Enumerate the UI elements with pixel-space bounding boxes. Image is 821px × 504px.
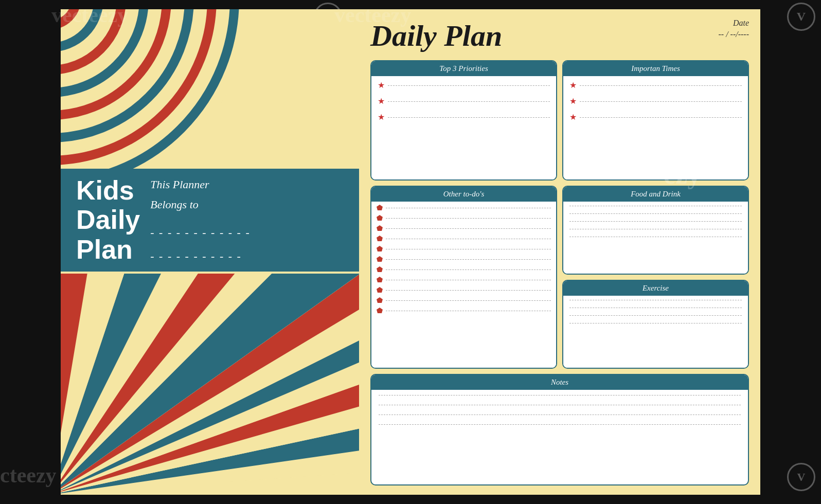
food-line-1 [569,206,742,206]
pentagon-bullet-2 [377,215,383,221]
exercise-line-4 [569,323,742,323]
time-line-1 [580,85,742,86]
logo-icon-right: V [787,3,815,31]
star-icon-2: ★ [378,96,385,106]
watermark-bottom-left: cteezy [0,463,57,488]
kids-daily-plan-title: Kids Daily Plan [76,176,140,264]
pentagon-bullet-5 [377,246,383,252]
time-line-2 [580,101,742,102]
star-icon-1: ★ [378,80,385,90]
todo-line-6 [386,259,551,260]
left-panel: Kids Daily Plan This Planner Belongs to … [61,9,359,495]
todo-line-4 [386,239,551,239]
pentagon-bullet-1 [377,205,383,211]
plan-title: Daily Plan [370,19,502,53]
exercise-line-2 [569,308,742,308]
right-panel: Daily Plan Date -- / --/---- Top 3 Prior… [359,9,760,495]
exercise-box: Exercise [562,280,749,369]
pentagon-bullet-9 [377,287,383,293]
svg-marker-24 [377,256,383,262]
todo-item-8 [377,277,551,283]
todo-item-3 [377,225,551,231]
time-line-3 [580,117,742,118]
svg-marker-19 [377,205,383,210]
planner-belongs-text: This Planner Belongs to - - - - - - - - … [150,174,250,266]
todo-item-7 [377,266,551,273]
pentagon-bullet-10 [377,297,383,303]
other-todos-box: Other to-do's [370,186,557,369]
pentagon-bullet-6 [377,256,383,262]
sections-grid: Top 3 Priorities ★ ★ ★ [370,60,749,485]
food-drink-content [563,202,748,274]
todo-line-3 [386,228,551,229]
svg-marker-21 [377,225,383,231]
top3-header: Top 3 Priorities [371,61,556,76]
svg-marker-20 [377,215,383,221]
notes-box: Notes [370,374,749,485]
todo-line-7 [386,269,551,270]
time-item-1: ★ [569,80,742,90]
dash-line-1: - - - - - - - - - - - - [150,222,250,243]
middle-band: Kids Daily Plan This Planner Belongs to … [61,169,359,272]
todo-line-1 [386,208,551,208]
svg-marker-26 [377,277,383,282]
time-star-1: ★ [569,80,577,90]
time-item-2: ★ [569,96,742,106]
notes-content [371,390,748,437]
important-times-header: Importan Times [563,61,748,76]
todo-item-11 [377,308,551,314]
notes-header: Notes [371,375,748,390]
todo-line-9 [386,290,551,291]
stripes-decoration [61,274,359,495]
food-line-3 [569,221,742,222]
date-section: Date -- / --/---- [718,19,749,39]
food-line-4 [569,229,742,229]
pentagon-bullet-4 [377,236,383,242]
pentagon-bullet-7 [377,266,383,273]
todo-item-10 [377,297,551,303]
svg-marker-27 [377,287,383,293]
todo-line-10 [386,300,551,301]
todo-line-8 [386,280,551,280]
todo-line-5 [386,249,551,249]
svg-marker-28 [377,297,383,303]
svg-marker-25 [377,266,383,272]
todo-line-2 [386,218,551,219]
logo-icon-bottom-right: V [787,463,815,491]
svg-marker-22 [377,236,383,241]
todo-item-9 [377,287,551,293]
other-todos-content [371,202,556,368]
time-star-2: ★ [569,96,577,106]
priority-item-1: ★ [378,80,550,90]
exercise-line-3 [569,315,742,316]
priority-line-2 [388,101,550,102]
food-line-5 [569,237,742,237]
star-icon-3: ★ [378,112,385,122]
food-drink-header: Food and Drink [563,187,748,202]
notes-line-1 [379,395,741,395]
top3-content: ★ ★ ★ [371,76,556,179]
important-times-box: Importan Times ★ ★ ★ [562,60,749,181]
pentagon-bullet-8 [377,277,383,283]
todo-item-6 [377,256,551,262]
dash-line-2: - - - - - - - - - - - [150,246,250,266]
notes-line-3 [379,415,741,415]
food-line-2 [569,213,742,214]
top3-priorities-box: Top 3 Priorities ★ ★ ★ [370,60,557,181]
priority-item-2: ★ [378,96,550,106]
svg-marker-29 [377,308,383,313]
todo-item-2 [377,215,551,221]
right-column: Food and Drink Exercise [562,186,749,369]
main-container: Kids Daily Plan This Planner Belongs to … [61,9,760,495]
svg-point-16 [61,9,65,13]
food-drink-box: Food and Drink [562,186,749,275]
date-value: -- / --/---- [718,30,749,39]
pentagon-bullet-11 [377,308,383,314]
notes-line-2 [379,405,741,405]
other-todos-header: Other to-do's [371,187,556,202]
exercise-line-1 [569,300,742,300]
exercise-content [563,296,748,368]
priority-line-1 [388,85,550,86]
priority-line-3 [388,117,550,118]
time-item-3: ★ [569,112,742,122]
